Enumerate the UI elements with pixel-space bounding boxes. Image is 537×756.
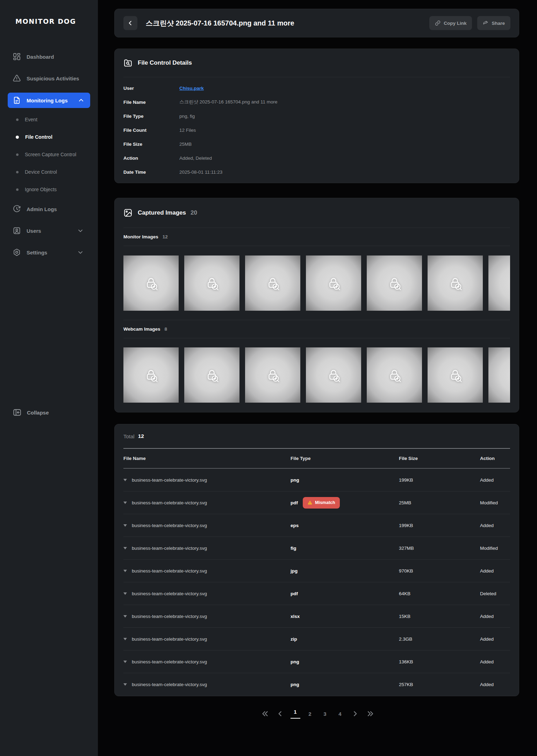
app-logo: MONITOR DOG [15, 17, 98, 25]
table-row[interactable]: business-team-celebrate-victory.svg fig … [123, 537, 510, 560]
row-expand-caret-icon[interactable] [123, 683, 127, 686]
page-button-1[interactable]: 1 [291, 709, 300, 719]
row-file-size: 2.3GB [399, 636, 480, 642]
collapse-sidebar-button[interactable]: Collapse [13, 405, 49, 420]
row-file-size: 199KB [399, 477, 480, 483]
captured-image-thumbnail[interactable] [428, 255, 483, 311]
table-row[interactable]: business-team-celebrate-victory.svg png … [123, 673, 510, 696]
locked-image-zoom-icon [447, 367, 463, 383]
detail-row-date-time: Date Time 2025-08-01 11:11:23 [123, 165, 510, 179]
row-file-name: business-team-celebrate-victory.svg [132, 546, 291, 551]
monitor-images-strip [123, 255, 510, 320]
row-file-size: 64KB [399, 591, 480, 596]
row-expand-caret-icon[interactable] [123, 479, 127, 481]
row-file-size: 199KB [399, 523, 480, 528]
row-expand-caret-icon[interactable] [123, 615, 127, 618]
user-link[interactable]: Chisu.park [179, 86, 204, 91]
page-title: 스크린샷 2025-07-16 165704.png and 11 more [146, 19, 424, 28]
row-expand-caret-icon[interactable] [123, 524, 127, 527]
row-expand-caret-icon[interactable] [123, 592, 127, 595]
captured-image-thumbnail[interactable] [306, 255, 361, 311]
monitor-images-header: Monitor Images 12 [123, 228, 510, 246]
share-button[interactable]: Share [477, 16, 510, 30]
row-expand-caret-icon[interactable] [123, 547, 127, 549]
sidebar-item-dashboard[interactable]: Dashboard [0, 47, 98, 66]
monitoring-logs-submenu: Event File Control Screen Capture Contro… [0, 111, 98, 198]
locked-image-zoom-icon [386, 275, 402, 291]
row-expand-caret-icon[interactable] [123, 661, 127, 663]
row-file-size: 136KB [399, 659, 480, 664]
table-row[interactable]: business-team-celebrate-victory.svg eps … [123, 514, 510, 537]
collapse-label: Collapse [27, 410, 49, 416]
image-icon [123, 208, 133, 217]
table-row[interactable]: business-team-celebrate-victory.svg zip … [123, 628, 510, 650]
chevron-down-icon [77, 249, 84, 256]
sidebar-subitem-event[interactable]: Event [0, 111, 98, 128]
sidebar-item-monitoring-logs[interactable]: Monitoring Logs [8, 93, 90, 108]
sidebar-item-admin-logs[interactable]: Admin Logs [0, 198, 98, 220]
table-row[interactable]: business-team-celebrate-victory.svg png … [123, 469, 510, 491]
sidebar-subitem-device-control[interactable]: Device Control [0, 163, 98, 181]
captured-image-thumbnail[interactable] [367, 255, 422, 311]
captured-image-thumbnail[interactable] [428, 347, 483, 403]
captured-image-thumbnail[interactable] [184, 347, 239, 403]
detail-row-file-name: File Name 스크린샷 2025-07-16 165704.png and… [123, 95, 510, 109]
copy-link-button[interactable]: Copy Link [429, 16, 472, 30]
column-file-type: File Type [291, 456, 399, 461]
captured-image-thumbnail[interactable] [184, 255, 239, 311]
detail-row-action: Action Added, Deleted [123, 151, 510, 165]
settings-gear-icon [13, 248, 21, 257]
sidebar-nav: Dashboard Suspicious Activities Monitori… [0, 47, 98, 263]
locked-image-zoom-icon [508, 275, 510, 291]
captured-image-thumbnail[interactable] [123, 255, 179, 311]
captured-image-thumbnail[interactable] [306, 347, 361, 403]
prev-page-button[interactable] [275, 709, 285, 718]
captured-images-card: Captured Images 20 Monitor Images 12 [114, 198, 519, 412]
sidebar-subitem-screen-capture-control[interactable]: Screen Capture Control [0, 146, 98, 163]
chevron-up-icon [78, 97, 85, 104]
row-file-type: pdf [291, 591, 399, 596]
sidebar-subitem-label: File Control [25, 134, 52, 140]
copy-link-label: Copy Link [444, 21, 466, 26]
page-button-4[interactable]: 4 [336, 711, 345, 717]
row-expand-caret-icon[interactable] [123, 638, 127, 640]
last-page-button[interactable] [366, 709, 375, 718]
captured-image-thumbnail[interactable] [367, 347, 422, 403]
sidebar-subitem-ignore-objects[interactable]: Ignore Objects [0, 181, 98, 198]
row-expand-caret-icon[interactable] [123, 570, 127, 572]
card-title: Captured Images [138, 209, 186, 216]
back-button[interactable] [123, 16, 137, 30]
locked-image-zoom-icon [143, 367, 159, 383]
bullet-dot-icon [16, 153, 19, 156]
captured-image-thumbnail[interactable] [488, 255, 510, 311]
table-row[interactable]: business-team-celebrate-victory.svg pdf … [123, 582, 510, 605]
row-expand-caret-icon[interactable] [123, 502, 127, 504]
table-row[interactable]: business-team-celebrate-victory.svg png … [123, 650, 510, 673]
mismatch-badge: Mismatch [303, 497, 340, 509]
dashboard-icon [13, 52, 21, 61]
locked-image-zoom-icon [143, 275, 159, 291]
detail-row-file-type: File Type png, fig [123, 109, 510, 123]
page-button-2[interactable]: 2 [306, 711, 315, 717]
sidebar-item-suspicious-activities[interactable]: Suspicious Activities [0, 66, 98, 90]
table-row[interactable]: business-team-celebrate-victory.svg jpg … [123, 560, 510, 582]
row-file-type: jpg [291, 568, 399, 574]
first-page-button[interactable] [260, 709, 270, 718]
sidebar-item-users[interactable]: Users [0, 220, 98, 242]
captured-image-thumbnail[interactable] [123, 347, 179, 403]
captured-image-thumbnail[interactable] [245, 347, 300, 403]
sidebar-item-settings[interactable]: Settings [0, 242, 98, 263]
row-file-size: 15KB [399, 614, 480, 619]
next-page-button[interactable] [351, 709, 360, 718]
row-action: Modified [480, 500, 510, 505]
sidebar-subitem-file-control[interactable]: File Control [0, 128, 98, 146]
captured-image-thumbnail[interactable] [245, 255, 300, 311]
page-header: 스크린샷 2025-07-16 165704.png and 11 more C… [114, 9, 519, 37]
table-row[interactable]: business-team-celebrate-victory.svg xlsx… [123, 605, 510, 628]
captured-image-thumbnail[interactable] [488, 347, 510, 403]
bullet-dot-icon [16, 188, 19, 191]
table-row[interactable]: business-team-celebrate-victory.svg pdf … [123, 491, 510, 514]
page-button-3[interactable]: 3 [321, 711, 330, 717]
row-file-size: 970KB [399, 568, 480, 574]
webcam-images-header: Webcam Images 8 [123, 320, 510, 338]
